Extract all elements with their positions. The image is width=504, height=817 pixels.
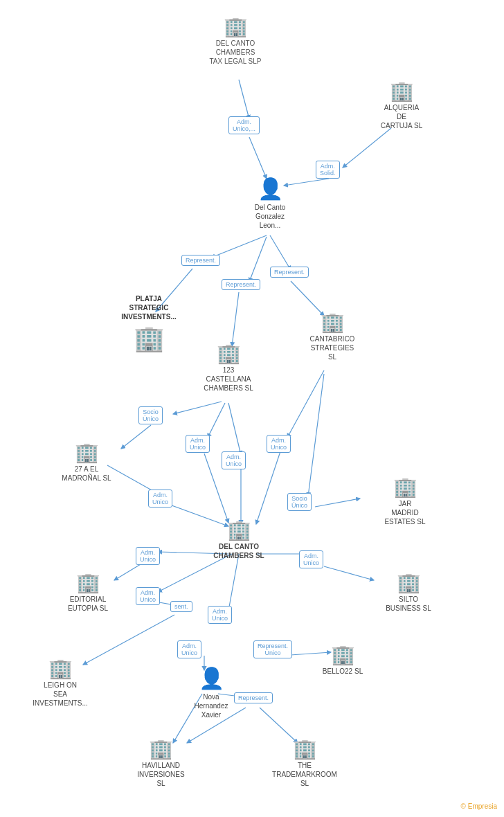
badge-adm-unico-dcc1[interactable]: Adm.Unico (136, 547, 160, 565)
badge-represent-unico-bello[interactable]: Represent.Único (253, 640, 292, 658)
badge-socio-unico-jar[interactable]: SocioÚnico (287, 493, 312, 511)
label-havilland: HAVILLAND INVERSIONES SL (137, 761, 184, 788)
badge-adm-unico-castellana[interactable]: Adm.Unico (186, 435, 210, 453)
svg-line-6 (249, 237, 267, 282)
role-badge-represent3[interactable]: Represent. (222, 279, 260, 290)
node-trademarkroom: 🏢 THE TRADEMARKROOM SL (270, 739, 339, 788)
role-badge-adm-unico-tax[interactable]: Adm.Unico,... (228, 116, 260, 134)
node-alqueria: 🏢 ALQUERIA DE CARTUJA SL (370, 82, 433, 130)
role-badge-adm-unico-silto[interactable]: Adm.Unico (208, 606, 232, 624)
node-del-canto-tax: 🏢 DEL CANTO CHAMBERS TAX LEGAL SLP (201, 17, 270, 66)
role-badge-adm-unico-cantabrico[interactable]: Adm.Unico (267, 435, 291, 453)
person-icon-nova: 👤 (199, 666, 224, 690)
label-jar: JAR MADRID ESTATES SL (384, 499, 425, 526)
label-leigh: LEIGH ON SEA INVESTMENTS... (33, 681, 87, 708)
label-platja-text: PLATJASTRATEGICINVESTMENTS... (121, 294, 176, 321)
building-icon-bello22: 🏢 (331, 645, 355, 665)
badge-present[interactable]: sent. (170, 601, 192, 612)
node-nova-hernandez: 👤 Nova Hernandez Xavier (180, 666, 242, 719)
role-badge-adm-unico-madroñal[interactable]: Adm.Unico (148, 490, 172, 508)
badge-adm-unico-editorial[interactable]: Adm.Unico (136, 587, 160, 605)
building-icon-dcc: 🏢 (227, 521, 251, 540)
building-icon-leigh: 🏢 (48, 659, 73, 679)
building-icon-trademarkroom: 🏢 (293, 739, 317, 759)
role-badge-represent-unico-bello[interactable]: Represent.Único (253, 640, 292, 658)
svg-line-18 (308, 374, 324, 496)
badge-adm-unico-silto[interactable]: Adm.Unico (208, 606, 232, 624)
role-badge-adm-unico-castellana[interactable]: Adm.Unico (186, 435, 210, 453)
node-castellana: 🏢 123 CASTELLANA CHAMBERS SL (197, 344, 260, 393)
svg-line-14 (228, 403, 241, 455)
building-icon-silto: 🏢 (397, 573, 421, 593)
role-badge-adm-solid[interactable]: Adm.Solid. (316, 161, 340, 179)
node-leigh-on-sea: 🏢 LEIGH ON SEA INVESTMENTS... (29, 659, 91, 708)
node-cantabrico: 🏢 CANTABRICO STRATEGIES SL (301, 313, 363, 361)
role-badge-represent-nova[interactable]: Represent. (234, 692, 273, 703)
node-jar-madrid: 🏢 JAR MADRID ESTATES SL (374, 478, 436, 526)
badge-adm-solid[interactable]: Adm.Solid. (316, 161, 340, 179)
building-icon-havilland: 🏢 (149, 739, 173, 759)
role-badge-socio-unico-jar[interactable]: SocioÚnico (287, 493, 312, 511)
role-badge-socio-unico-castellana[interactable]: SocioÚnico (138, 406, 163, 424)
role-badge-adm-unico-editorial[interactable]: Adm.Unico (136, 587, 160, 605)
node-bello22: 🏢 BELLO22 SL (315, 645, 370, 676)
badge-adm-unico-castellana2[interactable]: Adm.Unico (222, 451, 246, 469)
svg-line-1 (249, 137, 267, 179)
badge-represent2[interactable]: Represent. (270, 267, 309, 278)
label-editorial: EDITORIAL EUTOPIA SL (68, 595, 108, 613)
label-alqueria: ALQUERIA DE CARTUJA SL (381, 103, 422, 130)
building-icon-cantabrico: 🏢 (321, 313, 345, 332)
building-icon-madroñal: 🏢 (75, 443, 99, 463)
role-badge-represent1[interactable]: Represent. (181, 255, 220, 266)
badge-adm-unico-madroñal[interactable]: Adm.Unico (148, 490, 172, 508)
node-madroñal: 🏢 27 A EL MADROÑAL SL (55, 443, 118, 483)
label-silto: SILTO BUSINESS SL (386, 595, 431, 613)
node-del-canto-gonzalez: 👤 Del Canto Gonzalez Leon... (239, 177, 301, 230)
role-badge-adm-unico-dcc1[interactable]: Adm.Unico (136, 547, 160, 565)
svg-line-12 (208, 403, 225, 438)
svg-line-34 (260, 708, 298, 743)
label-madroñal: 27 A EL MADROÑAL SL (62, 465, 111, 483)
badge-represent1[interactable]: Represent. (181, 255, 220, 266)
svg-line-9 (291, 281, 324, 316)
svg-line-2 (343, 128, 391, 168)
svg-line-25 (324, 566, 374, 580)
building-icon-platja: 🏢 (134, 324, 165, 353)
svg-line-16 (287, 370, 324, 438)
role-badge-adm-unico-dcc3[interactable]: Adm.Unico (177, 640, 201, 658)
copyright: © Empresia (461, 802, 497, 810)
svg-line-11 (121, 425, 151, 449)
label-del-canto-gonzalez: Del Canto Gonzalez Leon... (255, 203, 285, 230)
svg-line-26 (228, 554, 239, 611)
badge-represent-nova[interactable]: Represent. (234, 692, 273, 703)
badge-adm-unico-dcc3[interactable]: Adm.Unico (177, 640, 201, 658)
node-platja: PLATJASTRATEGICINVESTMENTS... 🏢 (111, 294, 187, 353)
role-badge-adm-unico-dcc2[interactable]: Adm.Unico (299, 550, 323, 568)
label-nova: Nova Hernandez Xavier (195, 692, 228, 719)
role-badge-present[interactable]: sent. (170, 601, 192, 612)
node-havilland: 🏢 HAVILLAND INVERSIONES SL (128, 739, 194, 788)
badge-socio-unico-castellana[interactable]: SocioÚnico (138, 406, 163, 424)
badge-represent3[interactable]: Represent. (222, 279, 260, 290)
svg-line-5 (270, 235, 291, 270)
role-badge-represent2[interactable]: Represent. (270, 267, 309, 278)
building-icon-editorial: 🏢 (76, 573, 100, 593)
building-icon-alqueria: 🏢 (390, 82, 414, 101)
svg-line-17 (256, 451, 280, 524)
label-del-canto-tax: DEL CANTO CHAMBERS TAX LEGAL SLP (209, 39, 261, 66)
role-badge-adm-unico-castellana2[interactable]: Adm.Unico (222, 451, 246, 469)
building-icon-jar: 🏢 (393, 478, 417, 497)
badge-adm-unico-dcc2[interactable]: Adm.Unico (299, 550, 323, 568)
node-del-canto-chambers: 🏢 DEL CANTO CHAMBERS SL (204, 521, 273, 560)
badge-adm-unico-tax[interactable]: Adm.Unico,... (228, 116, 260, 134)
person-icon-gonzalez: 👤 (258, 177, 283, 201)
label-bello22: BELLO22 SL (323, 667, 363, 676)
label-dcc: DEL CANTO CHAMBERS SL (213, 542, 264, 560)
diagram-container: 🏢 DEL CANTO CHAMBERS TAX LEGAL SLP 🏢 ALQ… (0, 0, 504, 817)
svg-line-29 (83, 615, 174, 665)
node-silto: 🏢 SILTO BUSINESS SL (377, 573, 440, 613)
building-icon-del-canto-tax: 🏢 (224, 17, 248, 37)
badge-adm-unico-cantabrico[interactable]: Adm.Unico (267, 435, 291, 453)
node-editorial: 🏢 EDITORIAL EUTOPIA SL (57, 573, 119, 613)
label-trademarkroom: THE TRADEMARKROOM SL (272, 761, 337, 788)
